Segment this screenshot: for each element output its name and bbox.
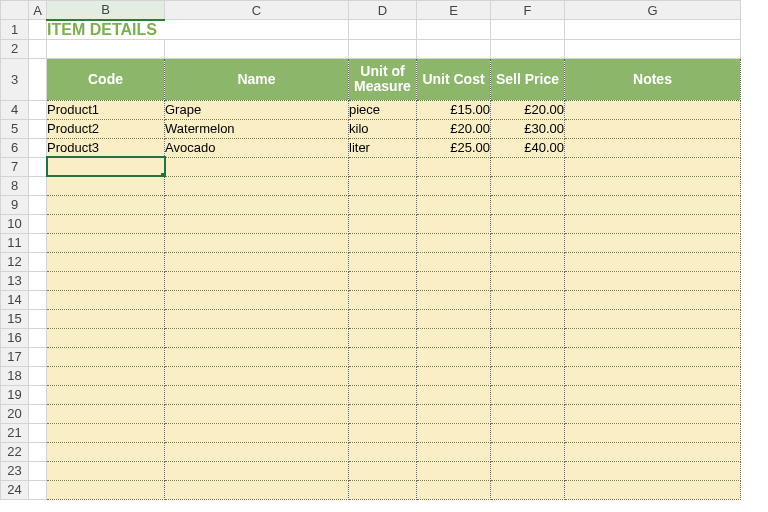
cell[interactable]: [29, 442, 47, 461]
cell[interactable]: [491, 366, 565, 385]
row-header[interactable]: 13: [1, 271, 29, 290]
cell[interactable]: [565, 157, 741, 176]
cell[interactable]: [29, 328, 47, 347]
cell[interactable]: [47, 461, 165, 480]
page-title[interactable]: ITEM DETAILS: [47, 20, 349, 40]
cell[interactable]: [417, 252, 491, 271]
cell[interactable]: [349, 442, 417, 461]
cell[interactable]: [417, 404, 491, 423]
cell-unit-cost[interactable]: £20.00: [417, 119, 491, 138]
cell[interactable]: [349, 271, 417, 290]
cell[interactable]: [565, 442, 741, 461]
cell[interactable]: [349, 347, 417, 366]
cell[interactable]: [29, 480, 47, 499]
cell[interactable]: [349, 252, 417, 271]
cell[interactable]: [491, 347, 565, 366]
cell[interactable]: [29, 138, 47, 157]
cell[interactable]: [47, 366, 165, 385]
cell[interactable]: [165, 423, 349, 442]
cell[interactable]: [491, 385, 565, 404]
table-header-sell-price[interactable]: Sell Price: [491, 58, 565, 100]
cell[interactable]: [47, 480, 165, 499]
cell[interactable]: [349, 480, 417, 499]
cell[interactable]: [349, 461, 417, 480]
cell[interactable]: [29, 176, 47, 195]
row-header[interactable]: 23: [1, 461, 29, 480]
cell[interactable]: [565, 176, 741, 195]
cell[interactable]: [29, 385, 47, 404]
cell[interactable]: [491, 20, 565, 40]
col-header-C[interactable]: C: [165, 1, 349, 20]
cell[interactable]: [29, 271, 47, 290]
col-header-B[interactable]: B: [47, 1, 165, 20]
cell[interactable]: [47, 347, 165, 366]
row-header[interactable]: 5: [1, 119, 29, 138]
col-header-A[interactable]: A: [29, 1, 47, 20]
cell[interactable]: [417, 328, 491, 347]
cell[interactable]: [565, 366, 741, 385]
cell[interactable]: [47, 214, 165, 233]
cell[interactable]: [165, 195, 349, 214]
cell[interactable]: [165, 442, 349, 461]
cell[interactable]: [491, 442, 565, 461]
row-header[interactable]: 24: [1, 480, 29, 499]
cell[interactable]: [165, 366, 349, 385]
cell-uom[interactable]: liter: [349, 138, 417, 157]
table-header-name[interactable]: Name: [165, 58, 349, 100]
row-header[interactable]: 17: [1, 347, 29, 366]
cell[interactable]: [29, 20, 47, 40]
cell[interactable]: [491, 195, 565, 214]
cell[interactable]: [29, 233, 47, 252]
cell[interactable]: [47, 309, 165, 328]
cell[interactable]: [417, 233, 491, 252]
cell[interactable]: [47, 252, 165, 271]
cell[interactable]: [417, 461, 491, 480]
cell[interactable]: [165, 271, 349, 290]
cell-notes[interactable]: [565, 138, 741, 157]
cell[interactable]: [565, 423, 741, 442]
cell[interactable]: [47, 442, 165, 461]
cell[interactable]: [491, 461, 565, 480]
cell[interactable]: [29, 214, 47, 233]
cell[interactable]: [417, 423, 491, 442]
cell[interactable]: [29, 58, 47, 100]
table-header-notes[interactable]: Notes: [565, 58, 741, 100]
cell[interactable]: [29, 195, 47, 214]
cell[interactable]: [349, 385, 417, 404]
cell[interactable]: [491, 404, 565, 423]
cell-code[interactable]: Product2: [47, 119, 165, 138]
cell[interactable]: [417, 347, 491, 366]
cell[interactable]: [47, 385, 165, 404]
row-header[interactable]: 8: [1, 176, 29, 195]
cell[interactable]: [417, 20, 491, 40]
row-header[interactable]: 10: [1, 214, 29, 233]
row-header[interactable]: 9: [1, 195, 29, 214]
cell[interactable]: [29, 119, 47, 138]
cell-uom[interactable]: piece: [349, 100, 417, 119]
cell[interactable]: [29, 309, 47, 328]
cell[interactable]: [417, 480, 491, 499]
cell[interactable]: [491, 252, 565, 271]
cell[interactable]: [165, 404, 349, 423]
cell-name[interactable]: Grape: [165, 100, 349, 119]
row-header[interactable]: 2: [1, 39, 29, 58]
cell[interactable]: [349, 290, 417, 309]
cell[interactable]: [565, 404, 741, 423]
cell[interactable]: [165, 157, 349, 176]
row-header[interactable]: 19: [1, 385, 29, 404]
cell[interactable]: [417, 385, 491, 404]
cell[interactable]: [491, 309, 565, 328]
cell[interactable]: [565, 195, 741, 214]
cell[interactable]: [47, 233, 165, 252]
row-header[interactable]: 1: [1, 20, 29, 40]
row-header[interactable]: 6: [1, 138, 29, 157]
cell[interactable]: [29, 290, 47, 309]
cell[interactable]: [565, 347, 741, 366]
cell[interactable]: [491, 271, 565, 290]
cell[interactable]: [165, 214, 349, 233]
cell[interactable]: [491, 328, 565, 347]
cell[interactable]: [349, 20, 417, 40]
cell[interactable]: [165, 290, 349, 309]
cell[interactable]: [417, 290, 491, 309]
cell-unit-cost[interactable]: £25.00: [417, 138, 491, 157]
